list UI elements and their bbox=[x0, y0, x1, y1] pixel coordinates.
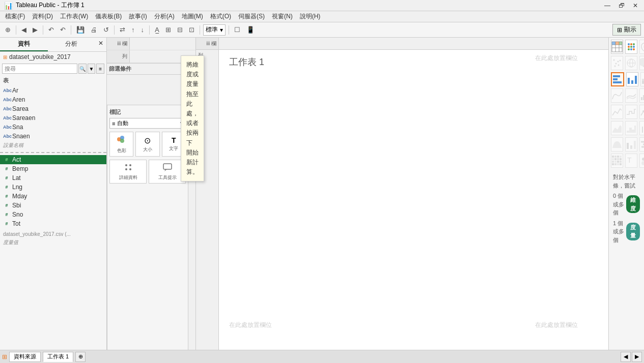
menu-server[interactable]: 伺服器(S) bbox=[235, 11, 268, 22]
tab-datasource[interactable]: 資料來源 bbox=[9, 352, 41, 362]
shelf-pages-content[interactable] bbox=[130, 38, 195, 50]
chart-type-density[interactable] bbox=[611, 137, 623, 152]
chart-type-hist[interactable] bbox=[639, 88, 644, 103]
field-tot[interactable]: # Tot bbox=[0, 219, 106, 228]
menu-help[interactable]: 說明(H) bbox=[297, 11, 324, 22]
field-sna[interactable]: Abc Sna bbox=[0, 123, 106, 132]
maximize-button[interactable]: 🗗 bbox=[617, 2, 627, 9]
menu-analysis[interactable]: 分析(A) bbox=[151, 11, 178, 22]
toolbar-swap[interactable]: ⇄ bbox=[118, 24, 127, 36]
datasource-icon: ⊞ bbox=[3, 54, 7, 60]
hint-label: 對於水平條，嘗試 bbox=[613, 173, 640, 190]
top-shelf: iii 欄 bbox=[196, 38, 608, 50]
chart-type-heatmap[interactable] bbox=[611, 154, 623, 168]
marks-color-button[interactable]: 色彩 bbox=[109, 132, 133, 157]
marks-dropdown[interactable]: ≡ 自動 ▾ bbox=[109, 118, 186, 129]
chart-type-area-curve[interactable] bbox=[611, 88, 623, 103]
canvas-main[interactable]: 工作表 1 在此處放置欄位 在此處放置欄位 在此處放置欄位 bbox=[219, 50, 608, 350]
chart-type-line-mark[interactable] bbox=[639, 105, 644, 119]
toolbar-zoom-dropdown[interactable]: 標準 ▾ bbox=[203, 24, 226, 36]
chart-type-line-step[interactable] bbox=[625, 105, 637, 119]
toolbar-sort-asc[interactable]: ↑ bbox=[129, 24, 137, 36]
svg-point-19 bbox=[633, 43, 635, 45]
marks-size-button[interactable]: ⊙ 大小 bbox=[135, 132, 159, 157]
chart-type-bar-vertical[interactable] bbox=[626, 72, 638, 86]
chart-type-gantt[interactable] bbox=[639, 137, 644, 152]
grid-icon: ⊞ bbox=[617, 26, 622, 34]
chart-type-circle-mark[interactable] bbox=[639, 154, 644, 168]
datasource-name[interactable]: dataset_youbike_2017 bbox=[9, 53, 71, 60]
toolbar-refresh[interactable]: ↺ bbox=[101, 24, 111, 36]
add-sheet-button[interactable]: ⊕ bbox=[75, 352, 86, 362]
tab-data[interactable]: 資料 bbox=[0, 38, 48, 51]
menu-story[interactable]: 故事(I) bbox=[126, 11, 150, 22]
toolbar-present[interactable]: ☐ bbox=[232, 24, 242, 36]
chart-type-text-mark[interactable]: T bbox=[625, 154, 637, 168]
filter-button[interactable]: ▼ bbox=[88, 64, 96, 74]
search-button[interactable]: 🔍 bbox=[78, 64, 87, 74]
field-label: Aren bbox=[12, 96, 25, 103]
toolbar-forward[interactable]: ▶ bbox=[31, 24, 40, 36]
toolbar-fix[interactable]: ⊡ bbox=[187, 24, 197, 36]
left-panel-close[interactable]: ✕ bbox=[95, 38, 106, 51]
toolbar-save[interactable]: 💾 bbox=[74, 24, 87, 36]
field-lat[interactable]: # Lat bbox=[0, 173, 106, 183]
chart-type-map-fill[interactable] bbox=[639, 40, 644, 54]
field-snaen[interactable]: Abc Snaen bbox=[0, 132, 106, 141]
toolbar-device[interactable]: 📱 bbox=[244, 24, 257, 36]
svg-point-17 bbox=[628, 43, 630, 45]
next-sheet-button[interactable]: ▶ bbox=[632, 352, 642, 362]
chart-type-pie[interactable] bbox=[639, 56, 644, 70]
field-sareaen[interactable]: Abc Sareaen bbox=[0, 113, 106, 123]
field-sno[interactable]: # Sno bbox=[0, 210, 106, 219]
toolbar-show-button[interactable]: ⊞ 顯示 bbox=[612, 24, 641, 36]
chart-type-text-table[interactable] bbox=[611, 40, 623, 54]
toolbar-undo[interactable]: ↶ bbox=[46, 24, 56, 36]
tab-analysis[interactable]: 分析 bbox=[48, 38, 96, 51]
toolbar-undo2[interactable]: ↶ bbox=[58, 24, 68, 36]
chart-type-area-step[interactable] bbox=[625, 121, 637, 135]
chart-type-map-symbol[interactable] bbox=[625, 56, 637, 70]
field-ar[interactable]: Abc Ar bbox=[0, 86, 106, 95]
menu-dashboard[interactable]: 儀表板(B) bbox=[92, 11, 125, 22]
toolbar-highlight[interactable]: A̲ bbox=[153, 24, 161, 36]
toolbar-label[interactable]: ⊟ bbox=[175, 24, 185, 36]
chart-type-bar-stacked[interactable] bbox=[640, 72, 644, 86]
prev-sheet-button[interactable]: ◀ bbox=[621, 352, 631, 362]
marks-detail-button[interactable]: 詳細資料 bbox=[109, 160, 147, 184]
toolbar-new[interactable]: ⊕ bbox=[3, 24, 13, 36]
chart-type-bar-horizontal[interactable] bbox=[611, 72, 624, 86]
menu-data[interactable]: 資料(D) bbox=[29, 11, 56, 22]
chart-type-cross-tab[interactable] bbox=[625, 40, 637, 54]
toolbar-print[interactable]: 🖨 bbox=[89, 24, 99, 36]
menu-file[interactable]: 檔案(F) bbox=[2, 11, 28, 22]
chart-type-line-dual[interactable] bbox=[625, 88, 637, 103]
minimize-button[interactable]: — bbox=[602, 2, 612, 9]
field-aren[interactable]: Abc Aren bbox=[0, 95, 106, 104]
toolbar-sort-desc[interactable]: ↓ bbox=[139, 24, 147, 36]
field-lng[interactable]: # Lng bbox=[0, 183, 106, 192]
svg-rect-76 bbox=[612, 163, 614, 165]
chart-type-bar-color[interactable] bbox=[625, 137, 637, 152]
field-sarea[interactable]: Abc Sarea bbox=[0, 104, 106, 113]
search-input[interactable] bbox=[2, 64, 77, 74]
menu-map[interactable]: 地圖(M) bbox=[179, 11, 206, 22]
shelf-cols-content[interactable]: 將維度或度量拖至 此處，或者按兩下 開始新計算。 bbox=[130, 50, 195, 63]
view-toggle-button[interactable]: ≡ bbox=[96, 64, 104, 74]
field-bemp[interactable]: # Bemp bbox=[0, 164, 106, 173]
chart-type-line[interactable] bbox=[611, 105, 623, 119]
menu-worksheet[interactable]: 工作表(W) bbox=[57, 11, 91, 22]
chart-type-scatter[interactable] bbox=[611, 56, 623, 70]
field-sbi[interactable]: # Sbi bbox=[0, 201, 106, 210]
toolbar-group[interactable]: ⊞ bbox=[163, 24, 173, 36]
tab-worksheet-1[interactable]: 工作表 1 bbox=[43, 352, 73, 362]
menu-format[interactable]: 格式(O) bbox=[207, 11, 234, 22]
menu-window[interactable]: 視窗(N) bbox=[269, 11, 296, 22]
svg-point-2 bbox=[120, 139, 124, 143]
chart-type-area-fill[interactable] bbox=[611, 121, 623, 135]
field-mday[interactable]: # Mday bbox=[0, 192, 106, 201]
field-act[interactable]: # Act bbox=[0, 155, 106, 164]
chart-type-bar-stick[interactable] bbox=[639, 121, 644, 135]
toolbar-back[interactable]: ◀ bbox=[19, 24, 29, 36]
close-button[interactable]: ✕ bbox=[631, 2, 640, 9]
